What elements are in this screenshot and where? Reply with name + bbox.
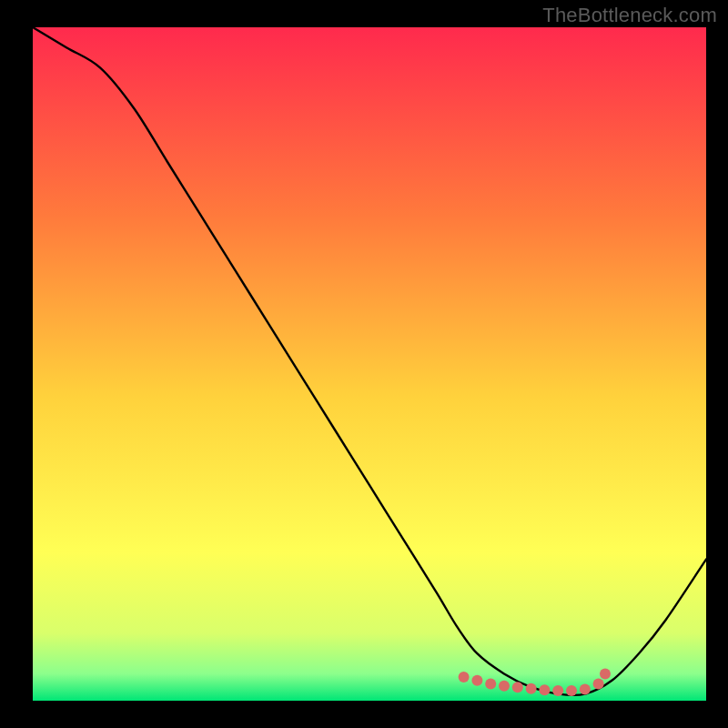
valley-dot [600, 668, 611, 679]
valley-dot [485, 679, 496, 690]
valley-dot [512, 682, 523, 693]
valley-dot [526, 683, 537, 694]
valley-dot [459, 672, 470, 682]
valley-dot [539, 684, 550, 695]
valley-dot [499, 681, 510, 692]
valley-dot [471, 675, 482, 686]
valley-dot [552, 685, 563, 696]
valley-dot [566, 685, 577, 696]
valley-dot [593, 679, 604, 690]
valley-dot [580, 683, 591, 694]
bottleneck-chart [0, 0, 728, 728]
plot-gradient-background [33, 27, 706, 701]
chart-frame: TheBottleneck.com [0, 0, 728, 728]
watermark-text: TheBottleneck.com [542, 4, 717, 27]
